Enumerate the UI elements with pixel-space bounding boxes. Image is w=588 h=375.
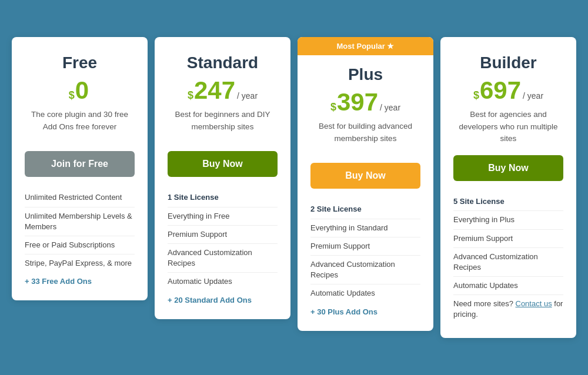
currency-symbol: $: [188, 89, 193, 102]
plan-description-free: The core plugin and 30 free Add Ons free…: [25, 109, 135, 140]
currency-symbol: $: [69, 89, 75, 102]
feature-item: Stripe, PayPal Express, & more: [25, 255, 135, 272]
plan-description-standard: Best for beginners and DIY membership si…: [168, 109, 278, 140]
feature-item: Advanced Customization Recipes: [453, 248, 563, 277]
feature-item: Everything in Plus: [453, 211, 563, 229]
feature-item: Everything in Free: [168, 207, 278, 226]
plan-name-plus: Plus: [310, 65, 420, 84]
feature-item: Premium Support: [453, 230, 563, 248]
price-period: / year: [380, 103, 400, 112]
contact-link[interactable]: Contact us: [516, 299, 552, 308]
feature-item: 2 Site License: [310, 200, 420, 219]
plan-description-builder: Best for agencies and developers who run…: [453, 109, 563, 145]
currency-symbol: $: [473, 89, 479, 102]
feature-item: Automatic Updates: [310, 284, 420, 302]
features-list-free: Unlimited Restricted ContentUnlimited Me…: [25, 189, 135, 272]
features-list-standard: 1 Site LicenseEverything in FreePremium …: [168, 189, 278, 290]
plan-description-plus: Best for building advanced membership si…: [310, 120, 420, 152]
plan-price-plus: $ 397 / year: [310, 90, 420, 115]
cta-button-free[interactable]: Join for Free: [25, 151, 135, 177]
price-period: / year: [237, 91, 258, 101]
feature-item: Premium Support: [310, 237, 420, 256]
cta-button-plus[interactable]: Buy Now: [310, 163, 420, 189]
feature-item: Unlimited Membership Levels & Members: [25, 207, 135, 236]
plan-name-free: Free: [25, 53, 135, 72]
plan-card-standard: Standard $ 247 / year Best for beginners…: [155, 37, 290, 319]
addon-link-free[interactable]: + 33 Free Add Ons: [25, 277, 92, 286]
plan-card-plus: Most Popular ★Plus $ 397 / year Best for…: [298, 37, 433, 330]
feature-item: Automatic Updates: [453, 277, 563, 295]
currency-symbol: $: [330, 101, 336, 113]
features-list-builder: 5 Site LicenseEverything in PlusPremium …: [453, 193, 563, 324]
price-period: / year: [523, 91, 543, 101]
cta-button-standard[interactable]: Buy Now: [168, 151, 278, 177]
price-amount: 697: [480, 78, 521, 103]
feature-item: 5 Site License: [453, 193, 563, 211]
plan-card-builder: Builder $ 697 / year Best for agencies a…: [440, 37, 576, 337]
feature-item: Premium Support: [168, 226, 278, 244]
popular-badge: Most Popular ★: [298, 37, 433, 55]
feature-item: Automatic Updates: [168, 273, 278, 290]
pricing-container: Free $ 0 The core plugin and 30 free Add…: [12, 37, 576, 337]
features-list-plus: 2 Site LicenseEverything in StandardPrem…: [310, 200, 420, 302]
feature-item: Need more sites? Contact us for pricing.: [453, 295, 563, 323]
plan-price-standard: $ 247 / year: [168, 78, 278, 103]
addon-link-standard[interactable]: + 20 Standard Add Ons: [168, 296, 252, 304]
addon-link-plus[interactable]: + 30 Plus Add Ons: [310, 307, 377, 316]
feature-item: Free or Paid Subscriptions: [25, 236, 135, 255]
feature-item: 1 Site License: [168, 189, 278, 207]
feature-item: Everything in Standard: [310, 219, 420, 237]
price-amount: 0: [75, 78, 89, 103]
feature-item: Unlimited Restricted Content: [25, 189, 135, 207]
feature-item: Advanced Customization Recipes: [310, 256, 420, 284]
plan-price-free: $ 0: [25, 78, 135, 103]
plan-card-free: Free $ 0 The core plugin and 30 free Add…: [12, 37, 148, 300]
cta-button-builder[interactable]: Buy Now: [453, 155, 563, 181]
feature-item: Advanced Customization Recipes: [168, 244, 278, 273]
plan-price-builder: $ 697 / year: [453, 78, 563, 103]
price-amount: 247: [194, 78, 235, 103]
plan-name-builder: Builder: [453, 53, 563, 72]
price-amount: 397: [337, 90, 378, 115]
plan-name-standard: Standard: [168, 53, 278, 72]
